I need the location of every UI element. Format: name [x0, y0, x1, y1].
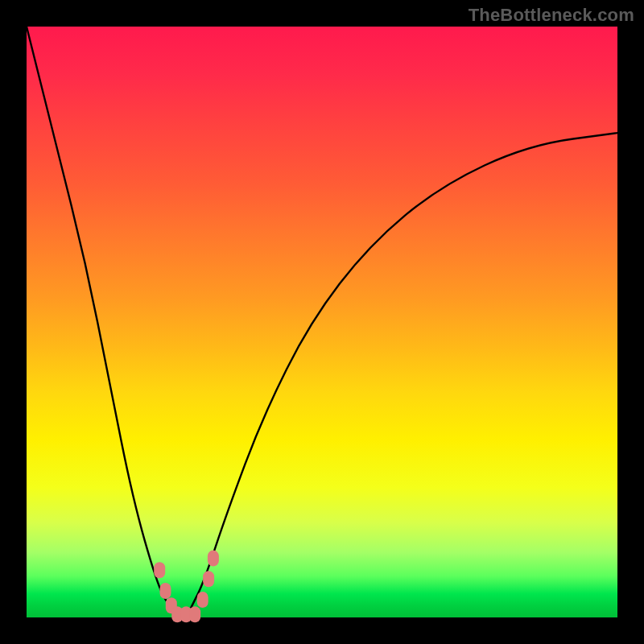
chart-frame: TheBottleneck.com	[0, 0, 644, 644]
bead	[160, 583, 171, 599]
bottleneck-curve	[27, 27, 617, 617]
bead	[208, 551, 219, 567]
bead-cluster	[154, 551, 219, 623]
bead	[189, 606, 200, 622]
chart-svg	[27, 27, 617, 617]
plot-area	[27, 27, 617, 617]
bead	[154, 562, 165, 578]
watermark-text: TheBottleneck.com	[469, 5, 634, 26]
bead	[197, 592, 208, 608]
bead	[203, 571, 214, 587]
